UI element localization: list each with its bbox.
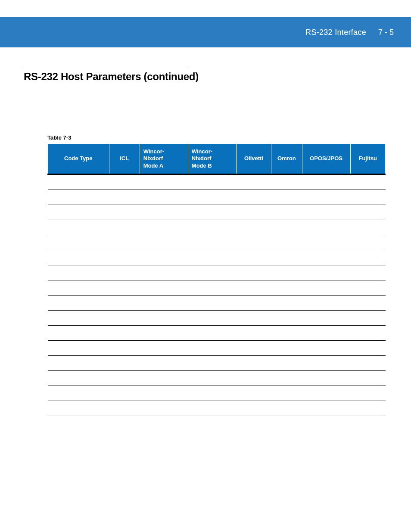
table-cell [109, 386, 140, 401]
table-cell [236, 355, 271, 370]
table-cell [140, 295, 188, 310]
table-cell [109, 325, 140, 340]
table-row [48, 174, 386, 190]
col-wna-l2: Nixdorf [143, 155, 163, 162]
table-cell [140, 370, 188, 386]
table-cell [48, 401, 109, 416]
table-cell [140, 280, 188, 295]
table-cell [140, 250, 188, 265]
table-cell [236, 386, 271, 401]
table-header-row: Code Type ICL Wincor-NixdorfMode A Winco… [48, 144, 386, 174]
table-cell [271, 250, 302, 265]
table-cell [109, 295, 140, 310]
table-cell [236, 250, 271, 265]
table-cell [48, 220, 109, 235]
table-cell [350, 325, 385, 340]
col-opos-jpos: OPOS/JPOS [302, 144, 350, 174]
col-wnb-l3: Mode B [192, 162, 212, 169]
table-row [48, 340, 386, 355]
table-cell [188, 340, 236, 355]
table-cell [140, 220, 188, 235]
page-header-band: RS-232 Interface 7 - 5 [0, 17, 411, 47]
table-cell [236, 235, 271, 250]
table-cell [109, 220, 140, 235]
table-cell [188, 310, 236, 325]
table-cell [140, 355, 188, 370]
table-cell [236, 310, 271, 325]
table-cell [271, 190, 302, 205]
col-omron: Omron [271, 144, 302, 174]
table-cell [236, 220, 271, 235]
table-cell [48, 386, 109, 401]
table-cell [48, 340, 109, 355]
table-cell [188, 250, 236, 265]
table-cell [48, 265, 109, 280]
host-parameters-table: Code Type ICL Wincor-NixdorfMode A Winco… [47, 143, 386, 416]
table-cell [271, 355, 302, 370]
table-cell [302, 340, 350, 355]
table-cell [188, 280, 236, 295]
table-cell [271, 401, 302, 416]
table-row [48, 355, 386, 370]
table-cell [271, 235, 302, 250]
table-cell [236, 340, 271, 355]
table-cell [350, 190, 385, 205]
table-cell [140, 386, 188, 401]
table-cell [350, 370, 385, 386]
table-cell [48, 355, 109, 370]
table-cell [350, 265, 385, 280]
table-row [48, 370, 386, 386]
table-cell [271, 280, 302, 295]
table-cell [350, 250, 385, 265]
table-cell [350, 174, 385, 190]
table-caption: Table 7-3 [47, 134, 389, 141]
table-cell [350, 310, 385, 325]
table-cell [350, 220, 385, 235]
table-cell [188, 355, 236, 370]
table-cell [140, 325, 188, 340]
table-cell [109, 310, 140, 325]
table-cell [48, 295, 109, 310]
table-cell [140, 174, 188, 190]
table-row [48, 325, 386, 340]
table-cell [302, 265, 350, 280]
table-cell [271, 386, 302, 401]
table-cell [271, 295, 302, 310]
table-cell [236, 370, 271, 386]
table-cell [140, 401, 188, 416]
table-cell [302, 174, 350, 190]
col-fujitsu: Fujitsu [350, 144, 385, 174]
table-cell [302, 386, 350, 401]
table-cell [350, 355, 385, 370]
col-code-type: Code Type [48, 144, 109, 174]
col-wincor-nixdorf-b: Wincor-NixdorfMode B [188, 144, 236, 174]
table-cell [302, 205, 350, 220]
table-cell [350, 386, 385, 401]
col-icl: ICL [109, 144, 140, 174]
table-cell [236, 295, 271, 310]
table-cell [188, 190, 236, 205]
table-cell [271, 310, 302, 325]
table-cell [48, 250, 109, 265]
table-cell [48, 325, 109, 340]
col-wnb-l2: Nixdorf [192, 155, 212, 162]
table-cell [302, 355, 350, 370]
table-row [48, 295, 386, 310]
table-row [48, 310, 386, 325]
table-cell [302, 295, 350, 310]
page-number: 7 - 5 [378, 28, 394, 37]
table-cell [271, 340, 302, 355]
table-cell [302, 401, 350, 416]
table-cell [109, 265, 140, 280]
table-row [48, 220, 386, 235]
table-cell [350, 295, 385, 310]
table-cell [188, 370, 236, 386]
chapter-title: RS-232 Interface [305, 28, 366, 37]
table-cell [48, 205, 109, 220]
table-cell [302, 190, 350, 205]
table-cell [188, 401, 236, 416]
table-cell [302, 325, 350, 340]
table-cell [302, 250, 350, 265]
table-cell [140, 235, 188, 250]
table-cell [236, 280, 271, 295]
